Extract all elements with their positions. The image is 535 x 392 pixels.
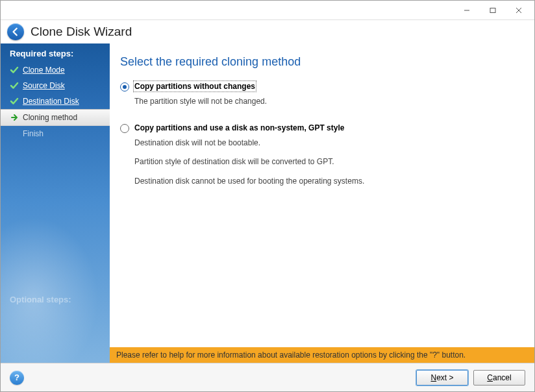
sidebar-optional-heading: Optional steps: [10, 295, 71, 304]
option-copy-without-changes[interactable]: Copy partitions without changes The part… [120, 82, 521, 108]
check-icon [10, 97, 19, 106]
option-description: Destination disk will not be bootable. P… [134, 137, 521, 188]
radio-icon[interactable] [120, 82, 129, 92]
help-button[interactable]: ? [10, 371, 24, 385]
titlebar [1, 1, 534, 20]
maximize-button[interactable] [480, 2, 506, 19]
sidebar-item-cloning-method[interactable]: Cloning method [1, 109, 110, 126]
sidebar-item-destination-disk[interactable]: Destination Disk [1, 93, 110, 109]
info-bar: Please refer to help for more informatio… [110, 347, 534, 363]
option-title: Copy partitions and use a disk as non-sy… [134, 123, 344, 132]
sidebar-item-finish: Finish [1, 126, 110, 141]
close-button[interactable] [506, 2, 532, 19]
option-copy-gpt-nonsystem[interactable]: Copy partitions and use a disk as non-sy… [120, 123, 521, 188]
sidebar-item-label: Clone Mode [23, 66, 65, 75]
sidebar-item-clone-mode[interactable]: Clone Mode [1, 62, 110, 78]
content: Select the required cloning method Copy … [110, 43, 534, 347]
arrow-right-icon [10, 113, 19, 122]
page-title: Clone Disk Wizard [31, 25, 132, 39]
sidebar-item-label: Source Disk [23, 81, 65, 90]
check-icon [10, 81, 19, 90]
cancel-button[interactable]: Cancel [473, 370, 525, 386]
header: Clone Disk Wizard [1, 20, 534, 43]
svg-rect-1 [490, 8, 495, 12]
sidebar-heading: Required steps: [1, 43, 110, 62]
check-icon [10, 66, 19, 75]
radio-icon[interactable] [120, 124, 129, 133]
body: Required steps: Clone Mode Source Disk D… [1, 43, 534, 363]
option-description: The partition style will not be changed. [134, 95, 521, 108]
sidebar: Required steps: Clone Mode Source Disk D… [1, 43, 110, 363]
wizard-window: Clone Disk Wizard Required steps: Clone … [0, 0, 535, 392]
empty-icon [10, 129, 19, 138]
sidebar-item-label: Destination Disk [23, 97, 79, 106]
sidebar-item-label: Cloning method [23, 113, 77, 122]
sidebar-item-label: Finish [23, 129, 44, 138]
option-title: Copy partitions without changes [134, 82, 255, 91]
next-button[interactable]: Next > [416, 370, 468, 386]
minimize-button[interactable] [454, 2, 480, 19]
back-button[interactable] [7, 23, 24, 40]
main: Select the required cloning method Copy … [110, 43, 534, 363]
main-heading: Select the required cloning method [120, 55, 521, 69]
sidebar-item-source-disk[interactable]: Source Disk [1, 78, 110, 93]
footer: ? Next > Cancel [1, 363, 534, 391]
